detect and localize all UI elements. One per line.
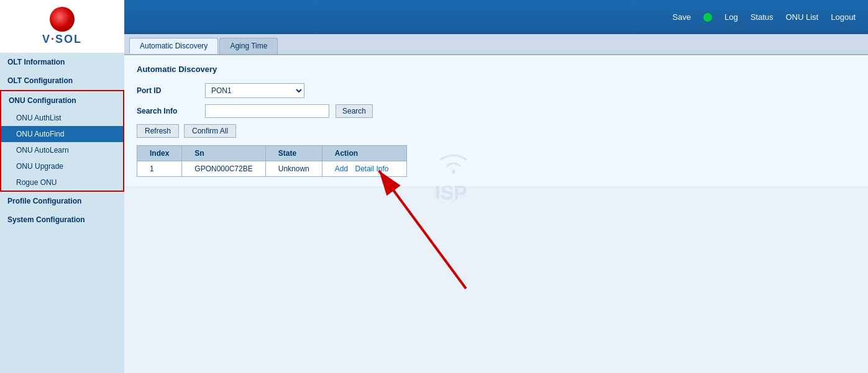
port-id-label: Port ID [137,86,199,95]
sidebar: OLT Information OLT Configuration ONU Co… [0,34,124,373]
vsol-logo: V·SOL [42,7,82,46]
sidebar-item-olt-information[interactable]: OLT Information [0,53,124,71]
onu-list-link[interactable]: ONU List [786,12,819,22]
port-id-select[interactable]: PON1 PON2 PON3 PON4 [205,83,304,98]
sidebar-item-onu-autofind[interactable]: ONU AutoFind [1,126,123,142]
layout: OLT Information OLT Configuration ONU Co… [0,34,868,373]
status-link[interactable]: Status [751,12,774,22]
sidebar-item-onu-autolearn[interactable]: ONU AutoLearn [1,142,123,158]
isp-watermark: ISP [435,146,472,204]
search-button[interactable]: Search [336,104,373,118]
onu-config-group: ONU Configuration ONU AuthList ONU AutoF… [0,90,124,192]
sidebar-item-onu-configuration[interactable]: ONU Configuration [1,91,123,110]
cell-sn: GPON000C72BE [182,161,265,177]
col-header-index: Index [137,146,182,161]
port-id-row: Port ID PON1 PON2 PON3 PON4 [137,83,856,98]
tabs-bar: Automatic Discovery Aging Time [124,34,868,54]
search-info-input[interactable] [205,104,329,118]
isp-text: ISP [435,181,472,204]
vsol-ball-icon [50,7,75,32]
main-content: Automatic Discovery Aging Time Automatic… [124,34,868,373]
vsol-text: V·SOL [42,33,82,46]
search-info-label: Search Info [137,107,199,115]
page-title: Automatic Discovery [137,65,856,74]
tab-automatic-discovery[interactable]: Automatic Discovery [129,38,218,54]
tab-aging-time[interactable]: Aging Time [219,38,278,54]
log-link[interactable]: Log [724,12,738,22]
svg-point-2 [452,170,455,174]
col-header-sn: Sn [182,146,265,161]
cell-state: Unknown [265,161,322,177]
col-header-action: Action [322,146,406,161]
confirm-all-button[interactable]: Confirm All [184,124,236,138]
sidebar-item-rogue-onu[interactable]: Rogue ONU [1,174,123,191]
logout-link[interactable]: Logout [831,12,856,22]
logo-area: V·SOL [0,0,124,53]
status-indicator [703,13,712,22]
sidebar-item-onu-upgrade[interactable]: ONU Upgrade [1,158,123,174]
sidebar-item-olt-configuration[interactable]: OLT Configuration [0,71,124,90]
cell-index: 1 [137,161,182,177]
search-info-row: Search Info Search [137,104,856,118]
col-header-state: State [265,146,322,161]
detail-info-link[interactable]: Detail Info [355,164,388,173]
table-row: 1 GPON000C72BE Unknown Add Detail Info [137,161,407,177]
discovery-table: Index Sn State Action 1 GPON000C72BE Unk… [137,145,407,177]
cell-action: Add Detail Info [322,161,406,177]
add-link[interactable]: Add [335,164,348,173]
save-label: Save [672,12,691,22]
content-area: Automatic Discovery Port ID PON1 PON2 PO… [124,54,868,186]
sidebar-item-profile-configuration[interactable]: Profile Configuration [0,192,124,210]
wifi-icon [435,146,472,181]
sidebar-item-system-configuration[interactable]: System Configuration [0,210,124,229]
header: V·SOL Save Log Status ONU List Logout [0,0,868,34]
sidebar-item-onu-authlist[interactable]: ONU AuthList [1,110,123,126]
action-buttons-row: Refresh Confirm All [137,124,856,138]
header-nav: Save Log Status ONU List Logout [672,12,856,22]
refresh-button[interactable]: Refresh [137,124,179,138]
